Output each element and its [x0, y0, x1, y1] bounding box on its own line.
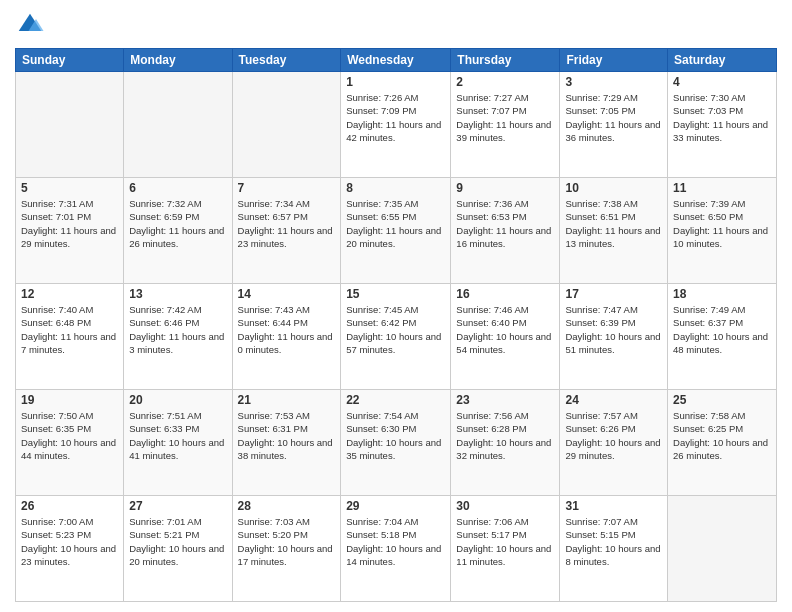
day-number: 26 — [21, 499, 118, 513]
day-number: 12 — [21, 287, 118, 301]
sunset-line: Sunset: 7:05 PM — [565, 104, 662, 117]
day-info: Sunrise: 7:34 AMSunset: 6:57 PMDaylight:… — [238, 197, 336, 250]
daylight-line: Daylight: 11 hours and 13 minutes. — [565, 224, 662, 251]
daylight-line: Daylight: 11 hours and 3 minutes. — [129, 330, 226, 357]
daylight-line: Daylight: 10 hours and 20 minutes. — [129, 542, 226, 569]
weekday-header-wednesday: Wednesday — [341, 49, 451, 72]
sunrise-line: Sunrise: 7:51 AM — [129, 409, 226, 422]
daylight-line: Daylight: 11 hours and 20 minutes. — [346, 224, 445, 251]
daylight-line: Daylight: 10 hours and 48 minutes. — [673, 330, 771, 357]
calendar-cell: 17Sunrise: 7:47 AMSunset: 6:39 PMDayligh… — [560, 284, 668, 390]
day-info: Sunrise: 7:58 AMSunset: 6:25 PMDaylight:… — [673, 409, 771, 462]
day-info: Sunrise: 7:57 AMSunset: 6:26 PMDaylight:… — [565, 409, 662, 462]
daylight-line: Daylight: 10 hours and 51 minutes. — [565, 330, 662, 357]
daylight-line: Daylight: 10 hours and 54 minutes. — [456, 330, 554, 357]
daylight-line: Daylight: 10 hours and 17 minutes. — [238, 542, 336, 569]
calendar-cell: 2Sunrise: 7:27 AMSunset: 7:07 PMDaylight… — [451, 72, 560, 178]
calendar-cell: 21Sunrise: 7:53 AMSunset: 6:31 PMDayligh… — [232, 390, 341, 496]
sunrise-line: Sunrise: 7:54 AM — [346, 409, 445, 422]
day-info: Sunrise: 7:51 AMSunset: 6:33 PMDaylight:… — [129, 409, 226, 462]
day-info: Sunrise: 7:35 AMSunset: 6:55 PMDaylight:… — [346, 197, 445, 250]
daylight-line: Daylight: 11 hours and 26 minutes. — [129, 224, 226, 251]
sunset-line: Sunset: 5:17 PM — [456, 528, 554, 541]
day-number: 1 — [346, 75, 445, 89]
weekday-header-thursday: Thursday — [451, 49, 560, 72]
calendar-cell: 4Sunrise: 7:30 AMSunset: 7:03 PMDaylight… — [668, 72, 777, 178]
sunset-line: Sunset: 5:20 PM — [238, 528, 336, 541]
day-number: 28 — [238, 499, 336, 513]
sunset-line: Sunset: 6:44 PM — [238, 316, 336, 329]
sunrise-line: Sunrise: 7:03 AM — [238, 515, 336, 528]
day-number: 8 — [346, 181, 445, 195]
calendar-cell: 6Sunrise: 7:32 AMSunset: 6:59 PMDaylight… — [124, 178, 232, 284]
calendar-cell: 25Sunrise: 7:58 AMSunset: 6:25 PMDayligh… — [668, 390, 777, 496]
day-number: 2 — [456, 75, 554, 89]
sunset-line: Sunset: 6:33 PM — [129, 422, 226, 435]
daylight-line: Daylight: 10 hours and 23 minutes. — [21, 542, 118, 569]
day-info: Sunrise: 7:50 AMSunset: 6:35 PMDaylight:… — [21, 409, 118, 462]
sunrise-line: Sunrise: 7:31 AM — [21, 197, 118, 210]
calendar-cell — [232, 72, 341, 178]
sunset-line: Sunset: 5:21 PM — [129, 528, 226, 541]
sunrise-line: Sunrise: 7:06 AM — [456, 515, 554, 528]
sunrise-line: Sunrise: 7:34 AM — [238, 197, 336, 210]
calendar-cell: 13Sunrise: 7:42 AMSunset: 6:46 PMDayligh… — [124, 284, 232, 390]
weekday-header-tuesday: Tuesday — [232, 49, 341, 72]
day-number: 20 — [129, 393, 226, 407]
logo-icon — [15, 10, 45, 40]
day-info: Sunrise: 7:27 AMSunset: 7:07 PMDaylight:… — [456, 91, 554, 144]
sunrise-line: Sunrise: 7:07 AM — [565, 515, 662, 528]
day-number: 25 — [673, 393, 771, 407]
sunset-line: Sunset: 7:01 PM — [21, 210, 118, 223]
day-number: 9 — [456, 181, 554, 195]
calendar-cell: 14Sunrise: 7:43 AMSunset: 6:44 PMDayligh… — [232, 284, 341, 390]
sunset-line: Sunset: 6:59 PM — [129, 210, 226, 223]
calendar-cell: 3Sunrise: 7:29 AMSunset: 7:05 PMDaylight… — [560, 72, 668, 178]
calendar-cell — [668, 496, 777, 602]
day-info: Sunrise: 7:49 AMSunset: 6:37 PMDaylight:… — [673, 303, 771, 356]
calendar-cell: 1Sunrise: 7:26 AMSunset: 7:09 PMDaylight… — [341, 72, 451, 178]
day-info: Sunrise: 7:45 AMSunset: 6:42 PMDaylight:… — [346, 303, 445, 356]
sunrise-line: Sunrise: 7:36 AM — [456, 197, 554, 210]
header — [15, 10, 777, 40]
day-number: 3 — [565, 75, 662, 89]
day-number: 17 — [565, 287, 662, 301]
day-info: Sunrise: 7:29 AMSunset: 7:05 PMDaylight:… — [565, 91, 662, 144]
daylight-line: Daylight: 11 hours and 36 minutes. — [565, 118, 662, 145]
calendar-cell: 10Sunrise: 7:38 AMSunset: 6:51 PMDayligh… — [560, 178, 668, 284]
sunset-line: Sunset: 6:30 PM — [346, 422, 445, 435]
day-number: 19 — [21, 393, 118, 407]
logo — [15, 10, 49, 40]
sunset-line: Sunset: 6:37 PM — [673, 316, 771, 329]
day-info: Sunrise: 7:04 AMSunset: 5:18 PMDaylight:… — [346, 515, 445, 568]
sunrise-line: Sunrise: 7:47 AM — [565, 303, 662, 316]
sunrise-line: Sunrise: 7:00 AM — [21, 515, 118, 528]
sunset-line: Sunset: 6:28 PM — [456, 422, 554, 435]
week-row-2: 5Sunrise: 7:31 AMSunset: 7:01 PMDaylight… — [16, 178, 777, 284]
day-info: Sunrise: 7:42 AMSunset: 6:46 PMDaylight:… — [129, 303, 226, 356]
sunrise-line: Sunrise: 7:26 AM — [346, 91, 445, 104]
sunrise-line: Sunrise: 7:29 AM — [565, 91, 662, 104]
sunrise-line: Sunrise: 7:49 AM — [673, 303, 771, 316]
weekday-header-row: SundayMondayTuesdayWednesdayThursdayFrid… — [16, 49, 777, 72]
day-info: Sunrise: 7:47 AMSunset: 6:39 PMDaylight:… — [565, 303, 662, 356]
day-number: 7 — [238, 181, 336, 195]
sunset-line: Sunset: 6:40 PM — [456, 316, 554, 329]
sunset-line: Sunset: 5:23 PM — [21, 528, 118, 541]
sunset-line: Sunset: 6:50 PM — [673, 210, 771, 223]
day-number: 22 — [346, 393, 445, 407]
sunrise-line: Sunrise: 7:04 AM — [346, 515, 445, 528]
day-number: 24 — [565, 393, 662, 407]
sunset-line: Sunset: 5:15 PM — [565, 528, 662, 541]
day-info: Sunrise: 7:56 AMSunset: 6:28 PMDaylight:… — [456, 409, 554, 462]
day-info: Sunrise: 7:03 AMSunset: 5:20 PMDaylight:… — [238, 515, 336, 568]
sunset-line: Sunset: 6:39 PM — [565, 316, 662, 329]
daylight-line: Daylight: 10 hours and 26 minutes. — [673, 436, 771, 463]
day-info: Sunrise: 7:32 AMSunset: 6:59 PMDaylight:… — [129, 197, 226, 250]
sunset-line: Sunset: 7:03 PM — [673, 104, 771, 117]
sunrise-line: Sunrise: 7:27 AM — [456, 91, 554, 104]
day-info: Sunrise: 7:54 AMSunset: 6:30 PMDaylight:… — [346, 409, 445, 462]
day-info: Sunrise: 7:46 AMSunset: 6:40 PMDaylight:… — [456, 303, 554, 356]
day-number: 31 — [565, 499, 662, 513]
day-number: 15 — [346, 287, 445, 301]
